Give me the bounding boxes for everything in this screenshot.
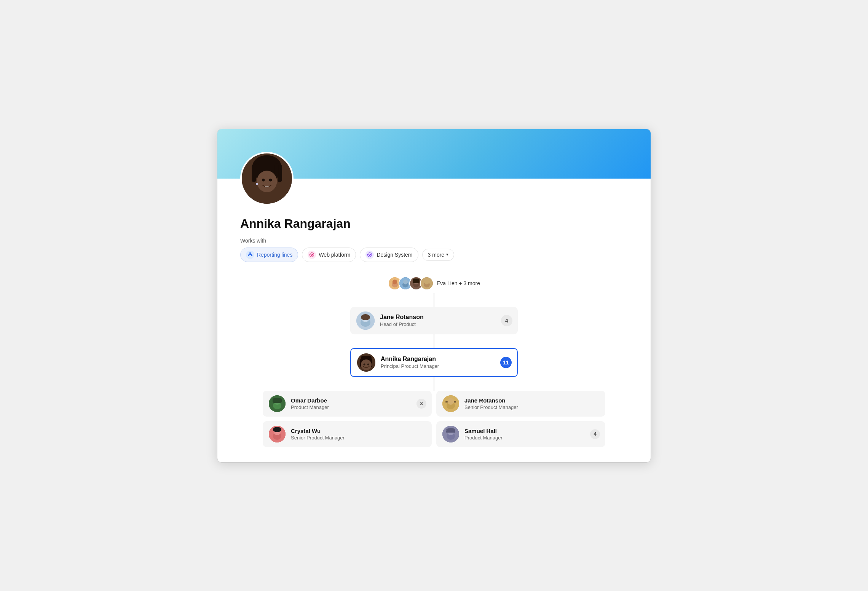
works-with-label: Works with <box>240 238 628 244</box>
tags-row: Reporting lines Web platform <box>240 248 628 262</box>
svg-point-48 <box>364 363 365 365</box>
svg-point-20 <box>312 254 313 255</box>
avatar-image <box>242 153 292 204</box>
svg-rect-11 <box>249 252 251 254</box>
svg-point-21 <box>311 255 313 256</box>
svg-point-7 <box>257 171 277 192</box>
mini-avatar-4 <box>420 276 434 290</box>
connector-mid <box>434 334 434 348</box>
svg-point-19 <box>311 254 312 255</box>
current-count: 11 <box>500 357 512 368</box>
current-name: Annika Rangarajan <box>381 356 511 363</box>
current-info: Annika Rangarajan Principal Product Mana… <box>381 356 511 369</box>
svg-point-47 <box>361 359 372 370</box>
tag-web-label: Web platform <box>319 252 350 258</box>
tag-reporting-lines[interactable]: Reporting lines <box>240 248 298 262</box>
tag-more-label: 3 more <box>428 252 445 258</box>
current-avatar <box>357 353 375 372</box>
jane2-avatar <box>442 395 459 412</box>
top-group: Eva Lien + 3 more <box>388 276 480 290</box>
org-chart: Eva Lien + 3 more Jane Rotanson Head of … <box>217 269 651 462</box>
svg-rect-13 <box>251 255 252 256</box>
svg-point-42 <box>361 314 370 320</box>
manager-count: 4 <box>501 315 512 326</box>
omar-name: Omar Darboe <box>291 397 426 404</box>
samuel-avatar <box>442 426 459 442</box>
svg-rect-57 <box>445 401 448 403</box>
reporting-lines-icon <box>246 251 254 259</box>
samuel-title: Product Manager <box>464 435 599 441</box>
report-card-crystal[interactable]: Crystal Wu Senior Product Manager <box>263 421 432 447</box>
svg-rect-53 <box>273 398 282 403</box>
report-card-omar[interactable]: Omar Darboe Product Manager 3 <box>263 391 432 417</box>
works-with-section: Works with Reporting lines <box>217 231 651 269</box>
jane2-name: Jane Rotanson <box>464 397 599 404</box>
current-person-card[interactable]: Annika Rangarajan Principal Product Mana… <box>350 348 518 377</box>
svg-rect-12 <box>248 255 249 256</box>
person-name: Annika Rangarajan <box>240 217 628 231</box>
svg-point-10 <box>256 183 258 185</box>
chevron-down-icon: ▾ <box>446 252 448 257</box>
manager-info: Jane Rotanson Head of Product <box>380 314 512 327</box>
connector-top <box>434 293 434 307</box>
samuel-info: Samuel Hall Product Manager <box>464 428 599 441</box>
crystal-avatar <box>269 426 286 442</box>
design-system-icon <box>365 251 374 259</box>
svg-rect-67 <box>446 431 455 433</box>
name-section: Annika Rangarajan <box>217 205 651 231</box>
report-card-jane[interactable]: Jane Rotanson Senior Product Manager <box>436 391 605 417</box>
svg-point-49 <box>367 363 369 365</box>
omar-title: Product Manager <box>291 404 426 410</box>
tag-web-platform[interactable]: Web platform <box>302 248 356 262</box>
manager-avatar <box>356 311 375 330</box>
manager-title: Head of Product <box>380 321 512 327</box>
tag-design-label: Design System <box>377 252 412 258</box>
jane2-info: Jane Rotanson Senior Product Manager <box>464 397 599 410</box>
svg-rect-35 <box>413 278 420 283</box>
svg-point-22 <box>368 252 372 257</box>
omar-info: Omar Darboe Product Manager <box>291 397 426 410</box>
svg-point-25 <box>369 255 370 256</box>
svg-point-9 <box>269 179 272 182</box>
svg-point-62 <box>273 427 281 432</box>
tag-reporting-label: Reporting lines <box>257 252 292 258</box>
report-card-samuel[interactable]: Samuel Hall Product Manager 4 <box>436 421 605 447</box>
svg-point-56 <box>447 398 454 405</box>
crystal-info: Crystal Wu Senior Product Manager <box>291 428 426 441</box>
profile-avatar <box>240 152 294 205</box>
crystal-name: Crystal Wu <box>291 428 426 434</box>
tag-design-system[interactable]: Design System <box>360 248 418 262</box>
crystal-title: Senior Product Manager <box>291 435 426 441</box>
current-title: Principal Product Manager <box>381 363 511 369</box>
svg-rect-58 <box>454 401 456 403</box>
avatar-stack <box>388 276 434 290</box>
top-group-label: Eva Lien + 3 more <box>437 280 480 286</box>
samuel-name: Samuel Hall <box>464 428 599 434</box>
tag-more-button[interactable]: 3 more ▾ <box>422 249 455 261</box>
connector-bottom <box>434 377 434 391</box>
profile-window: Annika Rangarajan Works with <box>217 129 651 463</box>
svg-point-28 <box>393 280 397 284</box>
web-platform-icon <box>308 251 316 259</box>
svg-point-24 <box>370 254 371 255</box>
omar-count: 3 <box>416 399 426 409</box>
svg-point-8 <box>262 179 265 182</box>
profile-section <box>217 152 651 205</box>
direct-reports-grid: Omar Darboe Product Manager 3 <box>263 391 605 447</box>
svg-point-38 <box>424 280 429 284</box>
svg-point-18 <box>310 252 314 257</box>
manager-card[interactable]: Jane Rotanson Head of Product 4 <box>350 307 518 334</box>
samuel-count: 4 <box>590 429 600 439</box>
manager-name: Jane Rotanson <box>380 314 512 321</box>
jane2-title: Senior Product Manager <box>464 404 599 410</box>
svg-point-31 <box>403 280 408 284</box>
svg-point-23 <box>369 254 370 255</box>
omar-avatar <box>269 395 286 412</box>
